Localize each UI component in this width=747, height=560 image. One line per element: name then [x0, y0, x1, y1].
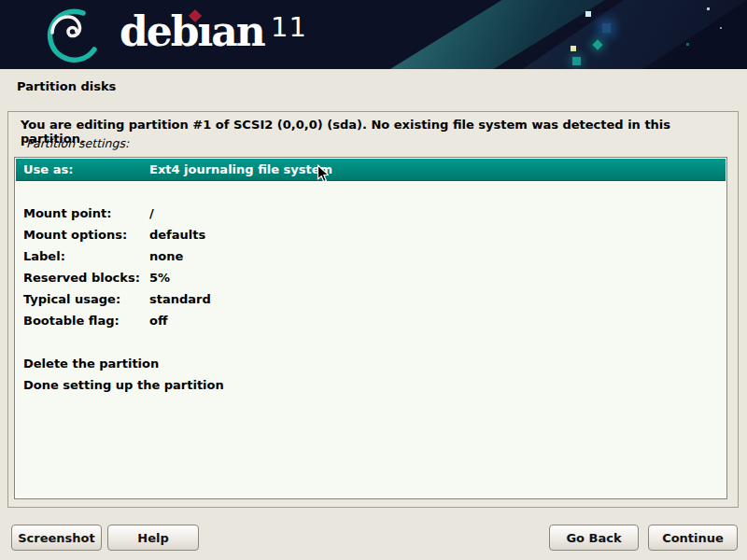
decor-dot: [585, 11, 591, 17]
partition-settings-label: Partition settings:: [26, 136, 129, 150]
settings-row-spacer: [16, 181, 726, 203]
installer-window: debıan 11 Partition disks You are editin…: [0, 0, 747, 560]
row-label: Done setting up the partition: [16, 378, 224, 392]
row-value: Ext4 journaling file system: [149, 162, 726, 176]
partition-settings-list[interactable]: Use as: Ext4 journaling file system Moun…: [14, 157, 727, 499]
arrow-pointer-icon: [317, 164, 331, 184]
row-value: 5%: [149, 271, 726, 285]
debian-version: 11: [271, 11, 307, 43]
settings-row-done-setting-up[interactable]: Done setting up the partition: [16, 374, 726, 396]
debian-swirl-icon: [39, 4, 110, 65]
row-label: Typical usage:: [16, 292, 149, 306]
row-label: Bootable flag:: [16, 314, 149, 328]
settings-row-delete-partition[interactable]: Delete the partition: [16, 353, 726, 374]
go-back-button[interactable]: Go Back: [549, 525, 639, 551]
settings-row-use-as[interactable]: Use as: Ext4 journaling file system: [16, 159, 726, 181]
settings-row-reserved-blocks[interactable]: Reserved blocks: 5%: [16, 267, 726, 288]
settings-row-label[interactable]: Label: none: [16, 245, 726, 267]
row-value: none: [149, 249, 726, 263]
settings-row-typical-usage[interactable]: Typical usage: standard: [16, 288, 726, 310]
settings-row-spacer: [16, 331, 726, 353]
row-value: defaults: [149, 228, 726, 242]
main-panel: You are editing partition #1 of SCSI2 (0…: [7, 111, 739, 508]
decor-dot: [686, 43, 689, 46]
continue-button[interactable]: Continue: [648, 525, 738, 551]
row-label: Label:: [16, 249, 149, 263]
row-label: Mount point:: [16, 206, 149, 220]
decor-dot: [572, 57, 581, 65]
decor-dot: [720, 27, 722, 29]
settings-row-bootable-flag[interactable]: Bootable flag: off: [16, 310, 726, 331]
row-label: Reserved blocks:: [16, 271, 149, 285]
settings-row-mount-options[interactable]: Mount options: defaults: [16, 224, 726, 245]
row-label: Delete the partition: [16, 357, 159, 371]
row-value: off: [149, 314, 726, 328]
row-value: standard: [149, 292, 726, 306]
decor-dot: [571, 46, 576, 51]
wordmark-pre: deb: [120, 7, 198, 55]
wordmark-post: ıan: [198, 7, 264, 55]
settings-row-mount-point[interactable]: Mount point: /: [16, 203, 726, 224]
screenshot-button[interactable]: Screenshot: [11, 525, 102, 551]
decor-dot: [707, 7, 710, 10]
page-title: Partition disks: [17, 79, 116, 93]
installer-banner: debıan 11: [0, 0, 747, 69]
help-button[interactable]: Help: [107, 525, 199, 551]
row-value: /: [149, 206, 726, 220]
row-label: Use as:: [16, 162, 149, 176]
debian-wordmark: debıan: [120, 6, 264, 62]
decor-dot: [602, 23, 611, 33]
row-label: Mount options:: [16, 228, 149, 242]
